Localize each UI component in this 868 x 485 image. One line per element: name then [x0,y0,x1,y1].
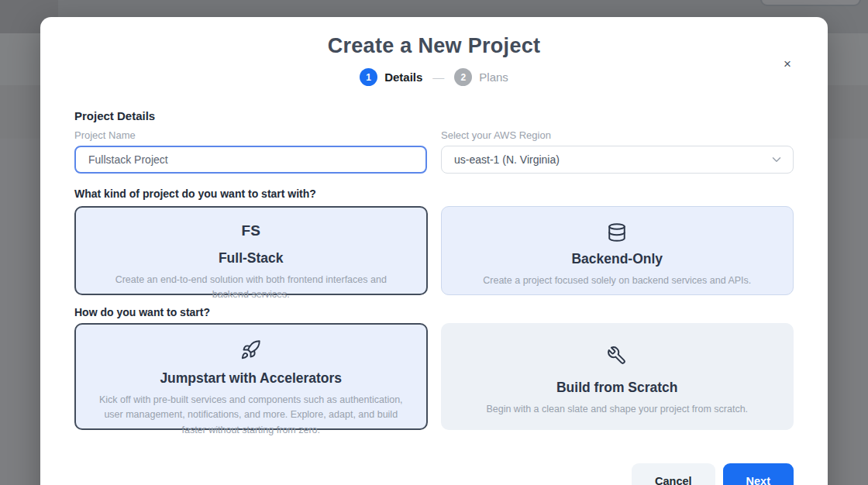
wrench-icon [463,344,772,367]
close-button[interactable]: × [778,54,797,73]
project-name-label: Project Name [74,129,427,141]
aws-region-value: us-east-1 (N. Virginia) [454,153,560,166]
rocket-icon [97,338,405,361]
create-project-modal: Create a New Project × 1 Details — 2 Pla… [40,17,828,485]
project-name-field: Project Name [74,129,427,174]
modal-footer: Cancel Next [74,463,794,485]
section-heading: Project Details [74,109,794,122]
card-description: Kick off with pre-built services and com… [97,393,405,438]
card-title: Full-Stack [97,250,405,267]
close-icon: × [784,57,791,71]
fs-badge: FS [97,222,405,239]
database-icon [463,221,772,244]
next-button[interactable]: Next [723,463,794,485]
fields-row: Project Name Select your AWS Region us-e… [74,129,794,174]
chevron-down-icon [770,153,784,167]
step-2-circle[interactable]: 2 [454,68,472,86]
step-2-label[interactable]: Plans [479,71,508,84]
card-description: Begin with a clean slate and shape your … [463,402,772,417]
card-jumpstart[interactable]: Jumpstart with Accelerators Kick off wit… [74,323,428,430]
cancel-button[interactable]: Cancel [632,463,715,485]
card-description: Create a project focused solely on backe… [463,273,772,288]
stepper-separator: — [432,71,444,84]
project-type-cards: FS Full-Stack Create an end-to-end solut… [74,206,794,295]
card-build-from-scratch[interactable]: Build from Scratch Begin with a clean sl… [441,323,794,430]
step-1-circle[interactable]: 1 [360,68,377,86]
aws-region-select[interactable]: us-east-1 (N. Virginia) [441,146,794,174]
card-description: Create an end-to-end solution with both … [97,273,405,303]
aws-region-label: Select your AWS Region [441,129,794,141]
card-full-stack[interactable]: FS Full-Stack Create an end-to-end solut… [74,206,428,295]
project-name-input[interactable] [74,146,427,174]
project-type-question: What kind of project do you want to star… [74,187,794,200]
card-title: Backend-Only [463,251,772,267]
card-title: Build from Scratch [463,380,772,396]
modal-title: Create a New Project [74,34,794,58]
start-mode-cards: Jumpstart with Accelerators Kick off wit… [74,323,794,430]
start-mode-question: How do you want to start? [74,306,794,318]
card-backend-only[interactable]: Backend-Only Create a project focused so… [441,206,794,295]
card-title: Jumpstart with Accelerators [97,370,405,387]
aws-region-field: Select your AWS Region us-east-1 (N. Vir… [441,129,794,174]
step-1-label[interactable]: Details [384,71,422,84]
stepper: 1 Details — 2 Plans [74,68,794,86]
